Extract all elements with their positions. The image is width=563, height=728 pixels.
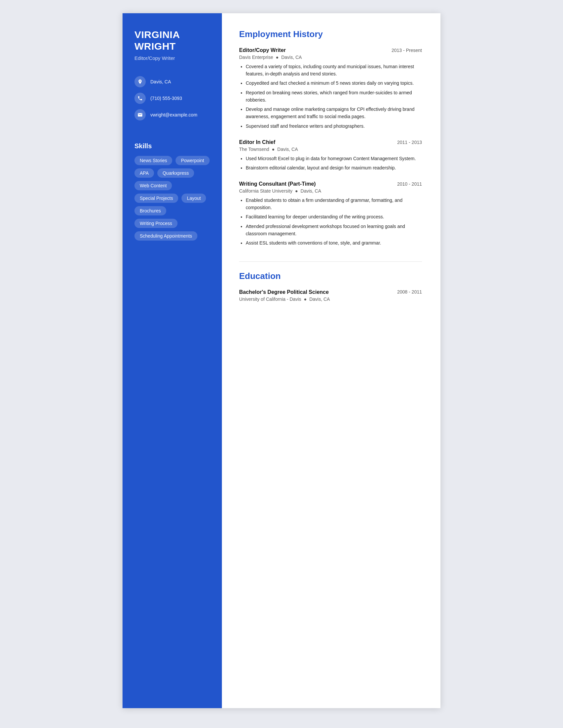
skill-tag: Brochures xyxy=(134,206,166,215)
education-section-title: Education xyxy=(239,271,422,281)
job-bullet-item: Brainstorm editorial calendar, layout an… xyxy=(246,164,422,172)
edu-left: Bachelor's Degree Political Science Univ… xyxy=(239,289,330,302)
job-title: Editor/Copy Writer xyxy=(239,47,286,53)
company-location: Davis, CA xyxy=(277,147,298,152)
job-dates: 2010 - 2011 xyxy=(397,181,422,187)
job-company: The Townsend ● Davis, CA xyxy=(239,147,422,152)
company-location: Davis, CA xyxy=(281,55,302,60)
sidebar-header: VIRGINIA WRIGHT Editor/Copy Writer xyxy=(134,29,211,61)
section-divider xyxy=(239,261,422,262)
company-name: Davis Enterprise xyxy=(239,55,273,60)
company-bullet: ● xyxy=(276,55,278,60)
job-header: Writing Consultant (Part-Time) 2010 - 20… xyxy=(239,181,422,187)
company-name: The Townsend xyxy=(239,147,269,152)
skill-tag: Layout xyxy=(181,194,206,203)
job-company: Davis Enterprise ● Davis, CA xyxy=(239,55,422,60)
skill-tag: Writing Process xyxy=(134,219,177,228)
job-bullet-item: Develop and manage online marketing camp… xyxy=(246,106,422,120)
skill-tag: Special Projects xyxy=(134,194,178,203)
email-icon xyxy=(134,109,146,120)
edu-school: University of California - Davis ● Davis… xyxy=(239,296,330,302)
skill-tag: Quarkxpress xyxy=(157,168,194,178)
employment-section-title: Employment History xyxy=(239,29,422,39)
company-bullet: ● xyxy=(272,147,274,152)
skills-heading: Skills xyxy=(134,142,211,150)
skill-tag: Web Content xyxy=(134,181,172,190)
skills-section: Skills News StoriesPowerpointAPAQuarkxpr… xyxy=(134,142,211,241)
job-title: Editor In Chief xyxy=(239,139,275,145)
contact-email: vwright@example.com xyxy=(134,109,211,120)
edu-degree: Bachelor's Degree Political Science xyxy=(239,289,330,295)
company-bullet: ● xyxy=(295,188,298,194)
job-bullets: Covered a variety of topics, including c… xyxy=(239,63,422,130)
job-header: Editor/Copy Writer 2013 - Present xyxy=(239,47,422,53)
skill-tag: Powerpoint xyxy=(175,156,209,165)
job-bullet-item: Attended professional development worksh… xyxy=(246,223,422,237)
job-bullet-item: Covered a variety of topics, including c… xyxy=(246,63,422,77)
job-block: Editor/Copy Writer 2013 - Present Davis … xyxy=(239,47,422,130)
phone-text: (710) 555-3093 xyxy=(150,96,182,101)
edu-container: Bachelor's Degree Political Science Univ… xyxy=(239,289,422,302)
job-bullet-item: Assist ESL students with conventions of … xyxy=(246,240,422,247)
edu-block: Bachelor's Degree Political Science Univ… xyxy=(239,289,422,302)
job-bullet-item: Facilitated learning for deeper understa… xyxy=(246,213,422,221)
education-section: Education Bachelor's Degree Political Sc… xyxy=(239,271,422,302)
location-icon xyxy=(134,76,146,87)
job-bullet-item: Used Microsoft Excel to plug in data for… xyxy=(246,155,422,162)
job-header: Editor In Chief 2011 - 2013 xyxy=(239,139,422,145)
skill-tag: News Stories xyxy=(134,156,172,165)
job-dates: 2011 - 2013 xyxy=(397,140,422,145)
school-name: University of California - Davis xyxy=(239,296,302,302)
resume-container: VIRGINIA WRIGHT Editor/Copy Writer Davis… xyxy=(122,13,441,708)
job-dates: 2013 - Present xyxy=(392,48,422,53)
contact-location: Davis, CA xyxy=(134,76,211,87)
company-name: California State University xyxy=(239,188,293,194)
location-text: Davis, CA xyxy=(150,79,171,84)
job-bullets: Used Microsoft Excel to plug in data for… xyxy=(239,155,422,172)
phone-icon xyxy=(134,93,146,104)
sidebar: VIRGINIA WRIGHT Editor/Copy Writer Davis… xyxy=(122,13,222,708)
job-bullets: Enabled students to obtain a firm unders… xyxy=(239,197,422,247)
candidate-name: VIRGINIA WRIGHT xyxy=(134,29,211,52)
jobs-container: Editor/Copy Writer 2013 - Present Davis … xyxy=(239,47,422,247)
job-company: California State University ● Davis, CA xyxy=(239,188,422,194)
edu-dates: 2008 - 2011 xyxy=(397,289,422,295)
job-title: Writing Consultant (Part-Time) xyxy=(239,181,316,187)
skill-tag: APA xyxy=(134,168,154,178)
job-bullet-item: Reported on breaking news stories, which… xyxy=(246,89,422,104)
candidate-title: Editor/Copy Writer xyxy=(134,55,211,61)
contact-section: Davis, CA (710) 555-3093 vwright@example… xyxy=(134,76,211,126)
job-bullet-item: Enabled students to obtain a firm unders… xyxy=(246,197,422,211)
contact-phone: (710) 555-3093 xyxy=(134,93,211,104)
school-location: Davis, CA xyxy=(309,296,330,302)
job-block: Editor In Chief 2011 - 2013 The Townsend… xyxy=(239,139,422,172)
company-location: Davis, CA xyxy=(301,188,321,194)
skills-list: News StoriesPowerpointAPAQuarkxpressWeb … xyxy=(134,156,211,241)
job-bullet-item: Supervised staff and freelance writers a… xyxy=(246,123,422,130)
employment-section: Employment History Editor/Copy Writer 20… xyxy=(239,29,422,247)
job-block: Writing Consultant (Part-Time) 2010 - 20… xyxy=(239,181,422,247)
skill-tag: Scheduling Appointments xyxy=(134,231,197,241)
school-bullet: ● xyxy=(304,296,307,302)
job-bullet-item: Copyedited and fact checked a minimum of… xyxy=(246,80,422,87)
email-text: vwright@example.com xyxy=(150,112,197,117)
main-content: Employment History Editor/Copy Writer 20… xyxy=(222,13,441,708)
